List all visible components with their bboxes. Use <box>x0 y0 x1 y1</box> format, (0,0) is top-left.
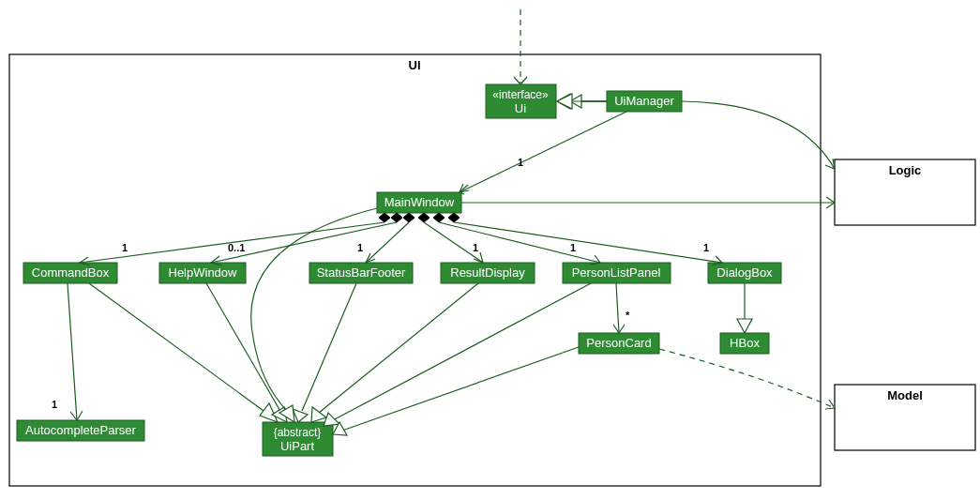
mult-resultdisplay: 1 <box>473 242 478 253</box>
package-ui-label: UI <box>409 58 421 72</box>
svg-marker-27 <box>433 213 445 222</box>
mult-personlist: 1 <box>570 242 576 253</box>
package-model-label: Model <box>887 388 923 402</box>
mult-autocomplete: 1 <box>52 399 57 410</box>
package-logic-label: Logic <box>889 163 922 177</box>
class-help-window: HelpWindow <box>159 263 246 283</box>
svg-text:UiManager: UiManager <box>614 94 674 108</box>
svg-text:CommandBox: CommandBox <box>32 265 110 280</box>
svg-marker-26 <box>418 213 430 222</box>
class-command-box: CommandBox <box>23 263 117 283</box>
edge-resultdisplay-to-uipart <box>319 283 478 413</box>
mult-statusbar: 1 <box>357 242 363 253</box>
svg-text:AutocompleteParser: AutocompleteParser <box>25 423 136 437</box>
svg-marker-47 <box>557 94 572 109</box>
svg-text:ResultDisplay: ResultDisplay <box>450 265 525 280</box>
edge-helpwindow-to-uipart <box>206 283 281 413</box>
edge-personlist-to-personcard <box>616 283 619 333</box>
mult-dialogbox: 1 <box>703 242 709 253</box>
edge-personcard-to-uipart <box>339 347 579 432</box>
edge-personcard-to-model <box>659 349 835 408</box>
svg-text:PersonListPanel: PersonListPanel <box>572 265 661 280</box>
svg-marker-43 <box>324 413 339 426</box>
edge-mw-dialogbox <box>454 222 722 263</box>
edge-mw-statusbar <box>366 222 409 263</box>
svg-text:UiPart: UiPart <box>280 439 315 453</box>
edge-commandbox-to-uipart <box>89 283 270 416</box>
class-person-card: PersonCard <box>579 333 659 354</box>
edge-mw-personlist <box>439 222 600 263</box>
class-person-list-panel: PersonListPanel <box>563 263 671 283</box>
svg-text:PersonCard: PersonCard <box>586 336 651 350</box>
class-status-bar-footer: StatusBarFooter <box>309 263 413 283</box>
mult-commandbox: 1 <box>122 242 128 253</box>
svg-text:Ui: Ui <box>515 101 526 115</box>
class-hbox: HBox <box>720 333 769 354</box>
svg-text:HBox: HBox <box>730 336 760 350</box>
mult-mainwindow: 1 <box>518 157 523 168</box>
svg-text:MainWindow: MainWindow <box>384 195 455 209</box>
edge-uimanager-to-logic <box>682 101 835 169</box>
class-dialog-box: DialogBox <box>708 263 781 283</box>
svg-marker-25 <box>403 213 415 222</box>
class-autocomplete-parser: AutocompleteParser <box>17 420 144 441</box>
class-result-display: ResultDisplay <box>441 263 535 283</box>
svg-text:{abstract}: {abstract} <box>274 426 322 439</box>
svg-marker-28 <box>448 213 460 222</box>
edge-personlist-to-uipart <box>333 283 591 420</box>
svg-text:HelpWindow: HelpWindow <box>169 265 238 280</box>
uml-diagram: UI Logic Model «interface» Ui UiManager … <box>0 0 980 500</box>
class-ui-interface: «interface» Ui <box>486 84 556 118</box>
class-main-window: MainWindow <box>377 192 461 213</box>
svg-marker-33 <box>737 319 752 333</box>
edge-statusbar-to-uipart <box>302 283 356 411</box>
svg-text:StatusBarFooter: StatusBarFooter <box>317 265 406 280</box>
class-ui-part: {abstract} UiPart <box>263 422 333 456</box>
class-ui-manager: UiManager <box>607 91 682 112</box>
mult-personcard: * <box>626 310 630 321</box>
svg-marker-42 <box>311 407 326 422</box>
edge-commandbox-to-autocomplete <box>68 283 77 420</box>
diamond-cmdbox <box>379 213 390 222</box>
svg-text:«interface»: «interface» <box>492 88 549 101</box>
mult-helpwindow: 0..1 <box>228 242 245 253</box>
svg-text:DialogBox: DialogBox <box>716 265 773 280</box>
edge-uimanager-to-mainwindow <box>460 112 626 192</box>
svg-marker-24 <box>391 213 402 222</box>
svg-marker-41 <box>293 409 308 422</box>
